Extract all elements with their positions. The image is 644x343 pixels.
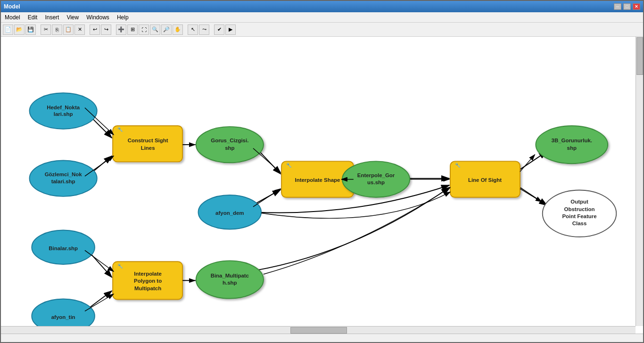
construct-label2: Lines [141,145,155,151]
enterpole-label1: Enterpole_Gor [357,172,395,178]
diagram-svg: Hedef_Nokta lari.shp Gözlemci_Nok talari… [1,37,643,334]
arr5 [253,189,281,207]
open-button[interactable]: 📂 [14,24,25,35]
hedef-noktalari-label: Hedef_Nokta [47,105,80,110]
new-button[interactable]: 📄 [3,24,13,35]
paste-button[interactable]: 📋 [63,24,74,35]
toolbar: 📄 📂 💾 ✂ ⎘ 📋 ✕ ↩ ↪ ➕ ⊞ ⛶ 🔍 🔎 ✋ ↖ ⤳ ✔ ▶ [1,23,643,37]
arrow-bina-los [255,188,449,271]
gozlemci-label1: Gözlemci_Nok [45,172,82,177]
fullextent-button[interactable]: ⛶ [139,24,149,35]
los-label: Line Of Sight [468,177,502,183]
gorunurluk-label1: 3B_Gorunurluk. [552,138,592,143]
arr10 [85,250,114,271]
canvas-area[interactable]: Hedef_Nokta lari.shp Gözlemci_Nok talari… [1,37,643,334]
main-window: Model ─ □ ✕ Model Edit Insert View Windo… [0,0,644,343]
construct-sight-lines-node[interactable] [113,126,182,162]
enterpole-label2: us.shp [367,180,385,185]
arrow-los-output [520,188,547,205]
minimize-button[interactable]: ─ [614,3,621,10]
afyon-tin-label: afyon_tin [51,314,75,320]
zoomin-button[interactable]: 🔍 [150,24,160,35]
arr2 [85,156,114,176]
grid-button[interactable]: ⊞ [127,24,138,35]
gorus-label2: shp [225,145,234,151]
horizontal-scroll-thumb[interactable] [290,327,347,334]
construct-label1: Construct Sight [128,138,168,143]
gorunurluk-label2: shp [567,145,577,151]
output-label2: Obstruction [564,206,595,212]
interp-poly-icon: 🔧 [117,263,123,269]
copy-button[interactable]: ⎘ [52,24,62,35]
bina-label2: h.shp [223,280,237,286]
vertical-scrollbar[interactable] [636,37,643,326]
menu-help[interactable]: Help [113,13,132,22]
menu-insert[interactable]: Insert [41,13,63,22]
undo-button[interactable]: ↩ [90,24,100,35]
hedef-noktalari-label2: lari.shp [54,111,73,117]
connect-button[interactable]: ⤳ [199,24,209,35]
arr9 [520,189,542,202]
maximize-button[interactable]: □ [623,3,631,10]
status-bar [1,334,643,342]
arr4 [253,148,281,173]
binalar-label: Binalar.shp [49,245,78,251]
menu-windows[interactable]: Windows [83,13,113,22]
zoomout-button[interactable]: 🔎 [161,24,172,35]
interp-poly-label2: Polygon to [134,278,162,284]
redo-button[interactable]: ↪ [101,24,111,35]
cut-button[interactable]: ✂ [41,24,51,35]
delete-button[interactable]: ✕ [74,24,85,35]
close-button[interactable]: ✕ [633,3,640,10]
afyon-dem-label: afyon_dem [215,210,244,216]
arr8 [520,155,535,172]
output-label4: Class [572,220,587,226]
menu-view[interactable]: View [63,13,83,22]
gozlemci-label2: talari.shp [51,179,75,184]
save-button[interactable]: 💾 [25,24,36,35]
interp-shape-icon: 🔧 [286,163,292,168]
window-controls: ─ □ ✕ [614,3,640,10]
bina-label1: Bina_Multipatc [211,273,249,278]
pan-button[interactable]: ✋ [173,24,183,35]
output-label3: Point Feature [562,213,596,219]
output-label1: Output [570,199,588,204]
arr13 [264,188,450,274]
arr11 [85,294,114,311]
construct-tool-icon: 🔧 [117,127,123,132]
menu-edit[interactable]: Edit [24,13,41,22]
menu-bar: Model Edit Insert View Windows Help [1,12,643,23]
select-arrow-button[interactable]: ↖ [188,24,198,35]
add-button[interactable]: ➕ [116,24,126,35]
interp-poly-label3: Multipatch [134,286,161,291]
gorus-label1: Gorus_Cizgisi. [211,138,248,143]
interp-poly-label1: Interpolate [134,271,161,277]
menu-model[interactable]: Model [1,13,24,22]
run-button[interactable]: ▶ [225,24,236,35]
validate-button[interactable]: ✔ [214,24,224,35]
interp-shape-label: Interpolate Shape [295,177,340,183]
title-bar: Model ─ □ ✕ [1,1,643,12]
window-title: Model [4,3,20,10]
los-icon: 🔧 [455,163,461,168]
horizontal-scrollbar[interactable] [1,326,636,334]
vertical-scroll-thumb[interactable] [636,37,643,75]
